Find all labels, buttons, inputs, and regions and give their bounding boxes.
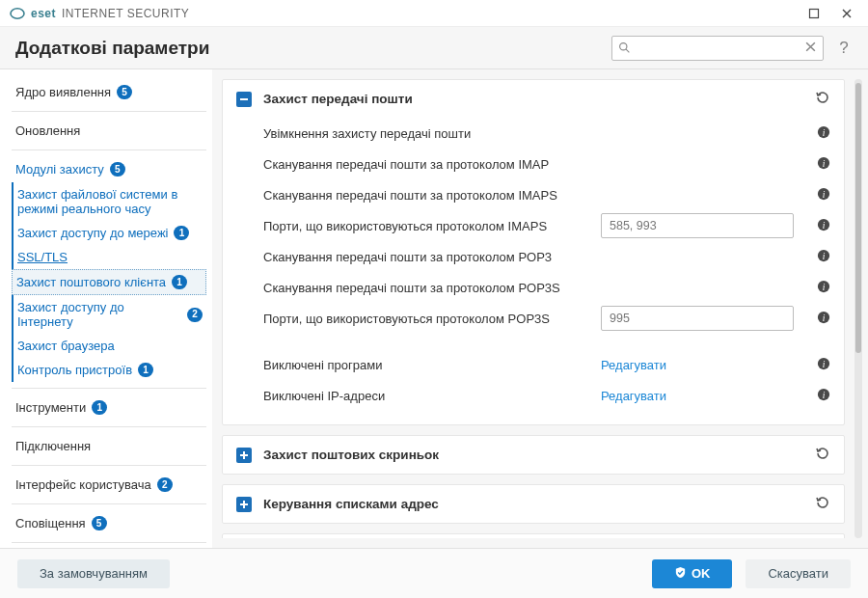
badge: 5: [92, 516, 107, 530]
cancel-button[interactable]: Скасувати: [746, 559, 851, 588]
info-icon[interactable]: i: [817, 357, 830, 373]
panel-header[interactable]: ThreatSense: [223, 534, 844, 538]
sidebar-item-label: Захист поштового клієнта: [16, 275, 166, 289]
panel-title: Захист поштових скриньок: [263, 448, 439, 462]
revert-button[interactable]: [815, 495, 830, 513]
badge: 2: [157, 477, 173, 492]
button-label: За замовчуванням: [40, 566, 148, 581]
edit-link[interactable]: Редагувати: [601, 389, 666, 403]
badge: 1: [172, 275, 187, 289]
content-panels: Захист передачі пошти Увімкнення захисту…: [222, 79, 849, 538]
sidebar: Ядро виявлення5 Оновлення Модулі захисту…: [0, 69, 212, 548]
window-maximize-button[interactable]: [802, 4, 826, 23]
sidebar-item-ui[interactable]: Інтерфейс користувача2: [12, 472, 206, 498]
info-icon[interactable]: i: [817, 249, 830, 265]
sidebar-item-connection[interactable]: Підключення: [12, 433, 206, 459]
edit-link[interactable]: Редагувати: [601, 358, 666, 372]
sidebar-item-mail-client[interactable]: Захист поштового клієнта1: [12, 269, 206, 295]
info-icon[interactable]: i: [817, 156, 830, 173]
expand-icon[interactable]: [236, 497, 252, 512]
sidebar-item-protection-modules[interactable]: Модулі захисту5: [12, 156, 206, 182]
help-button[interactable]: ?: [835, 40, 853, 57]
svg-rect-25: [243, 501, 245, 508]
search-input[interactable]: [631, 41, 804, 55]
app-title: eset INTERNET SECURITY: [10, 6, 189, 21]
panel-header[interactable]: Захист поштових скриньок: [223, 436, 844, 474]
row-scan-imaps: Сканування передачі пошти за протоколом …: [263, 179, 830, 210]
shield-icon: [674, 566, 687, 582]
button-label: Скасувати: [768, 566, 828, 581]
row-ports-pop3s: Порти, що використовуються протоколом PO…: [263, 303, 830, 334]
sidebar-item-realtime-fs[interactable]: Захист файлової системи в режимі реально…: [12, 182, 206, 221]
sidebar-item-notifications[interactable]: Сповіщення5: [12, 510, 206, 536]
panel-mail-protection: Захист передачі пошти Увімкнення захисту…: [222, 79, 845, 425]
row-label: Сканування передачі пошти за протоколом …: [263, 250, 591, 264]
window-close-button[interactable]: [835, 4, 858, 23]
svg-rect-1: [810, 9, 819, 17]
badge: 5: [110, 162, 125, 177]
sidebar-item-detection-core[interactable]: Ядро виявлення5: [12, 79, 206, 105]
ok-button[interactable]: OK: [652, 559, 733, 588]
scrollbar[interactable]: [854, 79, 862, 538]
sidebar-item-label: Контроль пристроїв: [17, 363, 132, 377]
row-scan-pop3s: Сканування передачі пошти за протоколом …: [263, 272, 830, 303]
svg-text:i: i: [823, 219, 826, 230]
svg-text:i: i: [823, 389, 826, 399]
sidebar-item-label: Сповіщення: [15, 516, 86, 530]
info-icon[interactable]: i: [817, 388, 830, 404]
divider: [12, 388, 206, 389]
svg-text:i: i: [823, 157, 826, 168]
search-clear-button[interactable]: [804, 41, 817, 56]
row-excluded-ips: Виключені IP-адреси Редагувати i: [263, 380, 830, 411]
svg-text:i: i: [823, 126, 826, 137]
svg-text:i: i: [823, 281, 826, 291]
sidebar-item-internet-access[interactable]: Захист доступу до Інтернету2: [12, 295, 206, 334]
ports-imaps-input[interactable]: [601, 213, 794, 238]
brand-text: eset: [31, 7, 56, 20]
row-label: Порти, що використовуються протоколом IM…: [263, 219, 591, 233]
expand-icon[interactable]: [236, 448, 252, 463]
sidebar-item-ssl-tls[interactable]: SSL/TLS: [12, 245, 206, 269]
panel-threatsense: ThreatSense: [222, 533, 845, 538]
footer: За замовчуванням OK Скасувати: [0, 548, 868, 598]
svg-text:i: i: [823, 250, 826, 260]
panel-header[interactable]: Захист передачі пошти: [223, 80, 844, 118]
info-icon[interactable]: i: [817, 125, 830, 142]
row-excluded-apps: Виключені програми Редагувати i: [263, 349, 830, 380]
divider: [12, 542, 206, 543]
badge: 1: [138, 363, 153, 377]
info-icon[interactable]: i: [817, 311, 830, 327]
sidebar-item-label: Інструменти: [15, 400, 86, 415]
divider: [12, 150, 206, 150]
sidebar-item-browser[interactable]: Захист браузера: [12, 334, 206, 358]
defaults-button[interactable]: За замовчуванням: [17, 559, 170, 588]
product-text: INTERNET SECURITY: [62, 7, 189, 20]
sidebar-item-label: Підключення: [15, 439, 91, 453]
ports-pop3s-input[interactable]: [601, 306, 794, 331]
sidebar-item-label: Захист файлової системи в режимі реально…: [17, 187, 203, 216]
row-label: Порти, що використовуються протоколом PO…: [263, 312, 591, 326]
sidebar-item-device-control[interactable]: Контроль пристроїв1: [12, 358, 206, 382]
scrollbar-thumb[interactable]: [855, 83, 861, 353]
badge: 1: [92, 400, 107, 415]
search-box[interactable]: [611, 36, 824, 61]
panel-title: Керування списками адрес: [263, 497, 439, 511]
sidebar-item-label: Захист доступу до Інтернету: [17, 300, 181, 329]
row-scan-pop3: Сканування передачі пошти за протоколом …: [263, 241, 830, 272]
revert-button[interactable]: [815, 446, 830, 464]
row-label: Сканування передачі пошти за протоколом …: [263, 281, 591, 295]
svg-point-2: [620, 43, 627, 50]
badge: 1: [174, 226, 189, 240]
sidebar-item-updates[interactable]: Оновлення: [12, 118, 206, 144]
row-enable-mail-protection: Увімкнення захисту передачі пошти i: [263, 118, 830, 149]
sidebar-item-label: Оновлення: [15, 123, 80, 138]
collapse-icon[interactable]: [236, 92, 252, 107]
sidebar-item-tools[interactable]: Інструменти1: [12, 394, 206, 421]
divider: [12, 111, 206, 112]
panel-header[interactable]: Керування списками адрес: [223, 485, 844, 523]
info-icon[interactable]: i: [817, 218, 830, 234]
info-icon[interactable]: i: [817, 187, 830, 204]
info-icon[interactable]: i: [817, 280, 830, 296]
sidebar-item-network-access[interactable]: Захист доступу до мережі1: [12, 221, 206, 245]
revert-button[interactable]: [815, 90, 830, 108]
